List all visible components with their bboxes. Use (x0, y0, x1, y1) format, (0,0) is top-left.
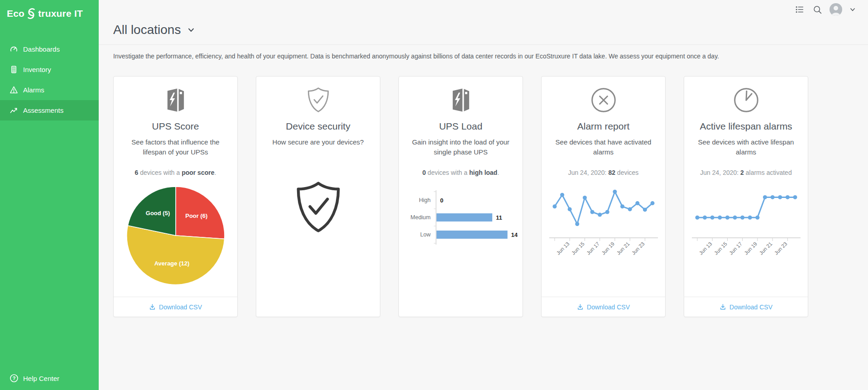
help-center-link[interactable]: ? Help Center (0, 366, 99, 390)
download-icon (149, 303, 156, 310)
pie-slice-label: Average (12) (154, 260, 189, 267)
x-axis-label: Jun 19 (743, 241, 758, 255)
location-selector[interactable]: All locations (113, 23, 195, 37)
location-selector-label: All locations (113, 23, 181, 37)
card-subtitle: See devices with active lifespan alarms (684, 137, 808, 157)
chevron-down-icon (187, 26, 195, 34)
search-icon[interactable] (812, 4, 823, 15)
card-status: 6 devices with a poor score. (114, 169, 237, 176)
line-point (725, 215, 729, 219)
svg-text:?: ? (13, 376, 16, 381)
shield-check-large-icon (256, 180, 380, 237)
line-point (628, 207, 632, 211)
x-axis-label: Jun 23 (630, 241, 645, 255)
card-title: Device security (256, 121, 380, 132)
line-point (613, 189, 617, 193)
line-point (598, 212, 602, 217)
x-axis-label: Jun 21 (615, 241, 630, 255)
line-point (778, 195, 782, 199)
line-point (583, 195, 587, 199)
bar-category-label: Low (420, 231, 431, 238)
card-status: Jun 24, 2020: 82 devices (542, 169, 665, 176)
lifespan-alarms-line-chart: Jun 13Jun 15Jun 17Jun 19Jun 21Jun 23 (684, 183, 808, 258)
line-point (575, 222, 579, 226)
line-path (697, 197, 795, 217)
x-axis-label: Jun 21 (758, 241, 773, 255)
line-point (770, 195, 774, 199)
line-point (605, 210, 609, 214)
card-alarm-report[interactable]: Alarm report See devices that have activ… (541, 76, 666, 317)
ups-load-bar-chart: High0Medium11Low14 (399, 188, 523, 250)
main-content: All locations Investigate the performanc… (99, 0, 868, 390)
card-subtitle: See factors that influence the lifespan … (114, 137, 237, 157)
account-chevron-down-icon[interactable] (849, 4, 856, 15)
download-csv-link[interactable]: Download CSV (684, 297, 808, 317)
alarm-report-line-chart: Jun 13Jun 15Jun 17Jun 19Jun 21Jun 23 (542, 183, 665, 258)
line-point (590, 210, 594, 214)
card-device-security[interactable]: Device security How secure are your devi… (256, 76, 380, 317)
sidebar-item-assessments[interactable]: Assessments (0, 100, 99, 120)
inventory-stack-icon (10, 65, 18, 74)
card-ups-load[interactable]: UPS Load Gain insight into the load of y… (398, 76, 523, 317)
ups-device-icon (114, 86, 237, 115)
line-point (740, 215, 744, 219)
page-header: All locations (99, 0, 868, 45)
sidebar-item-label: Alarms (23, 86, 44, 94)
card-title: UPS Score (114, 121, 237, 132)
x-axis-label: Jun 19 (600, 241, 615, 255)
sidebar-item-label: Assessments (23, 106, 63, 114)
bar (436, 231, 508, 239)
line-point (785, 195, 789, 199)
sidebar-item-dashboards[interactable]: Dashboards (0, 39, 99, 59)
bar-value-label: 11 (496, 214, 502, 221)
line-point (567, 207, 571, 211)
download-icon (719, 303, 726, 310)
circle-x-icon (542, 86, 665, 115)
x-axis-label: Jun 13 (555, 241, 570, 255)
card-title: Alarm report (542, 121, 665, 132)
bar-value-label: 0 (440, 197, 443, 203)
card-status: 0 devices with a high load. (399, 169, 523, 176)
sidebar-item-alarms[interactable]: Alarms (0, 80, 99, 100)
bar (436, 213, 492, 221)
card-subtitle: See devices that have activated alarms (542, 137, 665, 157)
x-axis-label: Jun 15 (571, 241, 585, 255)
x-axis-label: Jun 13 (698, 241, 713, 255)
app-logo: Eco truxure IT (0, 0, 99, 20)
download-csv-label: Download CSV (729, 303, 772, 311)
line-point (793, 195, 797, 199)
card-active-lifespan-alarms[interactable]: Active lifespan alarms See devices with … (684, 76, 808, 317)
card-ups-score[interactable]: UPS Score See factors that influence the… (113, 76, 238, 317)
x-axis-label: Jun 17 (585, 241, 600, 255)
page-description: Investigate the performance, efficiency,… (99, 45, 868, 60)
line-point (763, 195, 767, 199)
task-list-icon[interactable] (794, 4, 805, 15)
alarms-warning-icon (10, 86, 18, 94)
card-title: UPS Load (399, 121, 523, 132)
help-question-icon: ? (10, 374, 19, 383)
card-title: Active lifespan alarms (684, 121, 808, 132)
line-point (643, 207, 647, 212)
x-axis-label: Jun 23 (773, 241, 788, 255)
sidebar-nav: Dashboards Inventory Alarms (0, 39, 99, 120)
download-csv-label: Download CSV (159, 303, 202, 311)
avatar[interactable] (830, 3, 842, 16)
download-csv-link[interactable]: Download CSV (114, 297, 237, 317)
assessment-cards: UPS Score See factors that influence the… (99, 60, 868, 317)
line-point (635, 201, 639, 205)
sidebar-item-label: Inventory (23, 66, 51, 73)
x-axis-label: Jun 17 (728, 241, 743, 255)
ecostruxure-swirl-icon (26, 7, 37, 20)
line-point (755, 215, 759, 219)
line-point (620, 204, 624, 208)
sidebar-item-label: Dashboards (23, 45, 60, 53)
assessments-trend-icon (10, 106, 18, 115)
line-point (710, 215, 714, 219)
dashboards-gauge-icon (10, 45, 18, 53)
line-point (560, 193, 564, 197)
sidebar-item-inventory[interactable]: Inventory (0, 59, 99, 80)
topbar (794, 3, 856, 16)
ups-device-icon (399, 86, 523, 115)
download-csv-link[interactable]: Download CSV (542, 297, 665, 317)
card-subtitle: Gain insight into the load of your singl… (399, 137, 523, 157)
